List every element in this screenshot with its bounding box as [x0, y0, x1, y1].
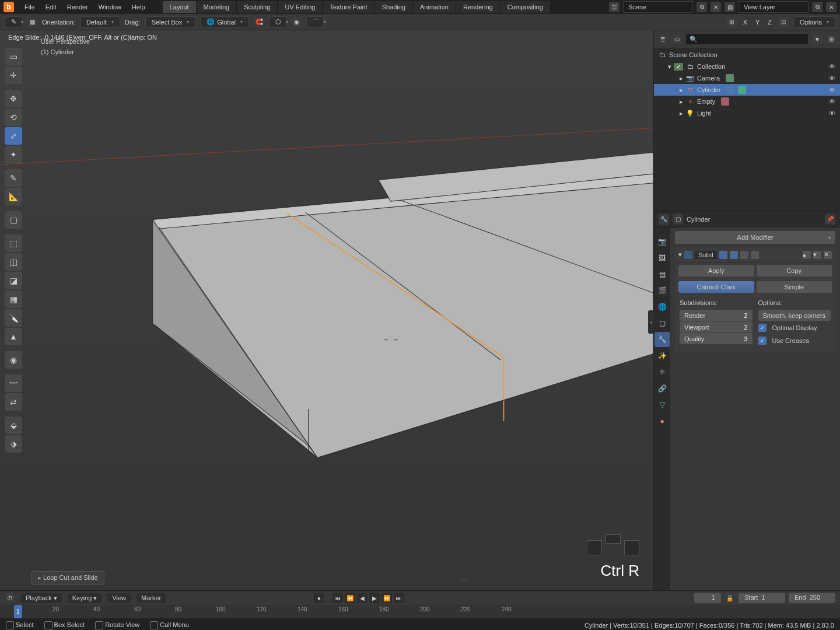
- scale-tool[interactable]: ⤢: [5, 127, 22, 145]
- editor-type-icon[interactable]: ≣: [657, 34, 668, 44]
- mod-show-viewport-icon[interactable]: [730, 251, 738, 259]
- mod-show-edit-icon[interactable]: [740, 251, 748, 259]
- viewlayer-browse-icon[interactable]: ▤: [724, 2, 735, 12]
- end-frame-input[interactable]: End 250: [789, 593, 835, 603]
- workspace-shading[interactable]: Shading: [375, 1, 413, 13]
- scene-delete-icon[interactable]: ✕: [710, 2, 721, 12]
- interaction-mode-icon[interactable]: ▦: [27, 17, 37, 27]
- timeline-ruler[interactable]: 1 20 40 60 80 100 120 140 160 180 200 22…: [0, 605, 840, 618]
- menu-render[interactable]: Render: [62, 2, 93, 12]
- snap-target-dropdown[interactable]: ⬡: [269, 16, 286, 28]
- display-mode-icon[interactable]: ▭: [671, 34, 682, 44]
- axis-x[interactable]: X: [741, 19, 749, 26]
- transform-orientation-dropdown[interactable]: 🌐 Global: [200, 16, 249, 28]
- outliner-tree[interactable]: 🗀 Scene Collection ▾ ✓ 🗀 Collection 👁 ▸ …: [654, 48, 840, 211]
- ptab-physics[interactable]: ⚛: [654, 365, 670, 380]
- options-dropdown[interactable]: Options: [793, 16, 835, 28]
- uv-smooth-dropdown[interactable]: Smooth, keep corners: [758, 310, 831, 321]
- lock-range-icon[interactable]: 🔓: [724, 593, 735, 603]
- quality-input[interactable]: Quality3: [680, 333, 752, 344]
- orientation-dropdown[interactable]: Default: [80, 16, 120, 28]
- pin-icon[interactable]: 📌: [825, 214, 835, 225]
- move-tool[interactable]: ✥: [5, 90, 22, 107]
- cursor-tool[interactable]: ✛: [5, 66, 22, 84]
- extrude-tool[interactable]: ⬚: [5, 235, 22, 252]
- drag-dropdown[interactable]: Select Box: [145, 16, 196, 28]
- jump-start-icon[interactable]: ⏮: [332, 593, 343, 603]
- measure-tool[interactable]: 📐: [5, 188, 22, 205]
- mode-dropdown[interactable]: ✎: [5, 16, 22, 28]
- proportional-falloff-dropdown[interactable]: ⌒: [306, 16, 324, 28]
- jump-end-icon[interactable]: ⏭: [394, 593, 404, 603]
- keyframe-prev-icon[interactable]: ⏪: [345, 593, 355, 603]
- scene-new-icon[interactable]: ⧉: [696, 2, 707, 12]
- ptab-constraints[interactable]: 🔗: [654, 381, 670, 396]
- ptab-modifiers[interactable]: 🔧: [654, 332, 670, 347]
- optimal-display-checkbox[interactable]: ✓Optimal Display: [758, 321, 831, 334]
- workspace-uv[interactable]: UV Editing: [278, 1, 323, 13]
- copy-button[interactable]: Copy: [757, 265, 832, 276]
- autokey-toggle[interactable]: ●: [314, 593, 324, 603]
- shrink-tool[interactable]: ⬙: [5, 416, 22, 434]
- timeline-marker-menu[interactable]: Marker: [136, 593, 166, 603]
- polybuild-tool[interactable]: ▲: [5, 328, 22, 345]
- mod-move-down-icon[interactable]: ▾: [813, 251, 821, 259]
- tree-item-empty[interactable]: ▸ ✧ Empty 👁: [654, 96, 840, 107]
- ptab-scene[interactable]: 🎬: [654, 283, 670, 298]
- workspace-texpaint[interactable]: Texture Paint: [323, 1, 374, 13]
- spin-tool[interactable]: ◉: [5, 351, 22, 369]
- mod-move-up-icon[interactable]: ▴: [803, 251, 811, 259]
- sidebar-collapse-handle[interactable]: ◂: [648, 310, 654, 334]
- play-reverse-icon[interactable]: ◀: [357, 593, 368, 603]
- tree-item-camera[interactable]: ▸ 📷 Camera 👁: [654, 72, 840, 84]
- ptab-world[interactable]: 🌐: [654, 299, 670, 314]
- edgeslide-tool[interactable]: ⇄: [5, 393, 22, 411]
- editor-type-props-icon[interactable]: 🔧: [659, 214, 669, 225]
- viewlayer-delete-icon[interactable]: ✕: [826, 2, 836, 12]
- modifier-expand-icon[interactable]: ▾: [678, 251, 682, 258]
- transform-tool[interactable]: ✦: [5, 146, 22, 163]
- snap-icon[interactable]: 🧲: [254, 17, 264, 27]
- rotate-tool[interactable]: ⟲: [5, 108, 22, 126]
- loopcut-tool[interactable]: ▦: [5, 290, 22, 308]
- visibility-toggle[interactable]: 👁: [827, 86, 836, 93]
- ptab-output[interactable]: 🖼: [654, 250, 670, 265]
- timeline-view-menu[interactable]: View: [107, 593, 131, 603]
- use-creases-checkbox[interactable]: ✓Use Creases: [758, 334, 831, 347]
- tree-item-light[interactable]: ▸ 💡 Light 👁: [654, 107, 840, 119]
- workspace-animation[interactable]: Animation: [413, 1, 456, 13]
- mod-show-cage-icon[interactable]: [751, 251, 759, 259]
- workspace-layout[interactable]: Layout: [163, 1, 197, 13]
- ptab-render[interactable]: 📷: [654, 234, 670, 249]
- play-icon[interactable]: ▶: [369, 593, 380, 603]
- viewlayer-name-input[interactable]: [738, 1, 808, 13]
- modifier-name-input[interactable]: Subd: [695, 251, 717, 259]
- workspace-compositing[interactable]: Compositing: [501, 1, 551, 13]
- current-frame-marker[interactable]: 1: [14, 605, 22, 618]
- bevel-tool[interactable]: ◪: [5, 272, 22, 289]
- rip-tool[interactable]: ⬗: [5, 435, 22, 453]
- tree-collection[interactable]: ▾ ✓ 🗀 Collection 👁: [654, 61, 840, 72]
- inset-tool[interactable]: ◫: [5, 253, 22, 271]
- scene-name-input[interactable]: [623, 1, 693, 13]
- visibility-toggle[interactable]: 👁: [827, 75, 836, 82]
- menu-file[interactable]: File: [20, 2, 40, 12]
- smooth-tool[interactable]: 〰: [5, 374, 22, 392]
- visibility-toggle[interactable]: 👁: [827, 110, 836, 117]
- visibility-toggle[interactable]: 👁: [827, 98, 836, 105]
- axis-y[interactable]: Y: [754, 19, 761, 26]
- annotate-tool[interactable]: ✎: [5, 169, 22, 187]
- menu-help[interactable]: Help: [127, 2, 150, 12]
- ptab-particles[interactable]: ✨: [654, 348, 670, 363]
- workspace-modeling[interactable]: Modeling: [197, 1, 237, 13]
- ptab-material[interactable]: ●: [654, 414, 670, 429]
- keying-menu[interactable]: Keying ▾: [68, 593, 102, 603]
- proportional-icon[interactable]: ◉: [291, 17, 302, 27]
- filter-icon[interactable]: ▼: [812, 34, 822, 44]
- add-modifier-button[interactable]: Add Modifier: [675, 231, 835, 244]
- timeline-editor-icon[interactable]: ⏱: [5, 593, 15, 603]
- select-tool[interactable]: ▭: [5, 48, 22, 65]
- ptab-mesh[interactable]: ▽: [654, 397, 670, 412]
- menu-edit[interactable]: Edit: [41, 2, 61, 12]
- axis-z[interactable]: Z: [766, 19, 774, 26]
